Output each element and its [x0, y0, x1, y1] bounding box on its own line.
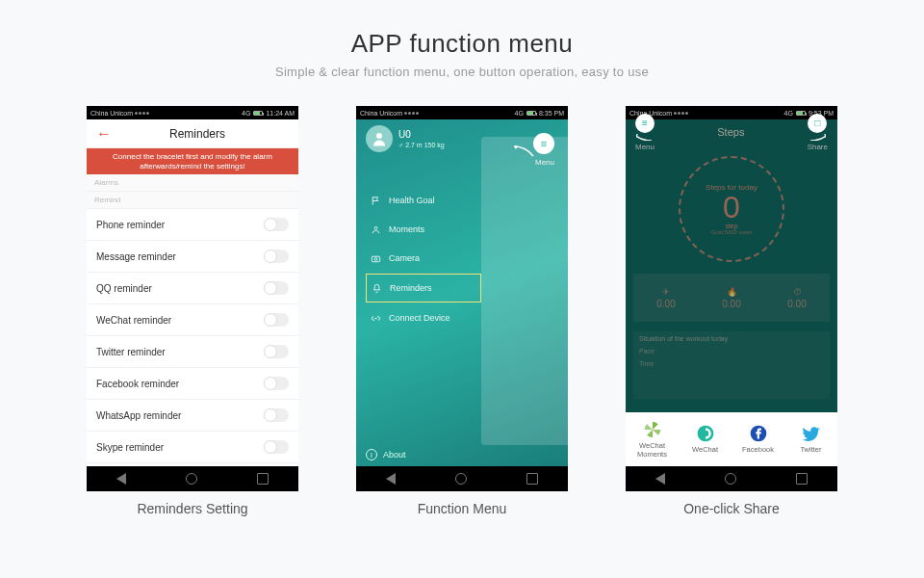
- menu-item-label: Health Goal: [389, 196, 435, 205]
- row-label: Facebook reminder: [96, 379, 179, 389]
- svg-point-3: [374, 257, 377, 260]
- reminder-row[interactable]: Phone reminder: [87, 209, 298, 241]
- reminder-row[interactable]: Twitter reminder: [87, 336, 298, 368]
- background-panel: [481, 137, 568, 445]
- caption: Function Menu: [418, 501, 507, 516]
- flag-icon: [370, 195, 381, 206]
- share-label: WeChat Moments: [626, 442, 679, 459]
- phone-2: China Unicom 4G8:35 PM ≡ Menu U0 ♂ 2.7 m…: [356, 106, 568, 491]
- phone-1: China Unicom 4G11:24 AM ← Reminders Conn…: [87, 106, 298, 491]
- reminder-row[interactable]: QQ reminder: [87, 273, 298, 304]
- wechat-icon: [696, 424, 715, 443]
- toggle-switch[interactable]: [264, 440, 289, 454]
- screen-title: Reminders: [96, 127, 298, 141]
- nav-home-icon[interactable]: [186, 473, 197, 485]
- section-remind: Remind: [87, 192, 298, 209]
- reminder-row[interactable]: WeChat reminder: [87, 304, 298, 336]
- stats-row: ✈0.00 🔥0.00 ⏱0.00: [633, 274, 830, 322]
- menu-label: Menu: [635, 143, 654, 151]
- row-label: WeChat reminder: [96, 315, 171, 326]
- block-title: Situation of the workout today: [639, 335, 824, 342]
- nav-back-icon[interactable]: [386, 473, 396, 485]
- stat-value: 0.00: [787, 299, 806, 309]
- warning-banner: Connect the bracelet first and modify th…: [87, 148, 298, 174]
- steps-gauge: Steps for today 0 step Goal:5000 steps: [679, 156, 784, 262]
- bell-icon: [371, 282, 382, 294]
- nav-back-icon[interactable]: [116, 473, 126, 485]
- share-wechat-moments[interactable]: WeChat Moments: [626, 412, 679, 466]
- callout-arrow-icon: [808, 133, 826, 141]
- share-facebook[interactable]: Facebook: [732, 412, 784, 466]
- share-label: Facebook: [742, 446, 774, 454]
- toggle-switch[interactable]: [264, 218, 289, 231]
- menu-item-label: Camera: [389, 253, 420, 263]
- nav-home-icon[interactable]: [455, 473, 467, 485]
- menu-item-connect-device[interactable]: Connect Device: [366, 304, 481, 331]
- reminder-row[interactable]: Skype reminder: [87, 432, 298, 463]
- share-twitter[interactable]: Twitter: [784, 412, 837, 466]
- reminder-row[interactable]: Facebook reminder: [87, 368, 298, 400]
- fire-icon: 🔥: [727, 287, 737, 297]
- battery-icon: [526, 111, 536, 116]
- screen-title: Steps: [717, 126, 744, 138]
- stat-time: ⏱0.00: [764, 274, 830, 322]
- share-sheet: WeChat Moments WeChat Facebook Twitter: [626, 412, 837, 466]
- workout-block: Situation of the workout today Pace Time: [633, 331, 830, 399]
- reminder-row[interactable]: Message reminder: [87, 241, 298, 273]
- toggle-switch[interactable]: [264, 250, 289, 263]
- menu-item-about[interactable]: iAbout: [366, 449, 406, 460]
- svg-point-1: [374, 226, 377, 229]
- clock-icon: ⏱: [793, 287, 802, 297]
- toggle-switch[interactable]: [264, 313, 289, 327]
- reminder-row[interactable]: WhatsApp reminder: [87, 400, 298, 432]
- signal-label: 4G: [242, 110, 250, 117]
- plane-icon: ✈: [662, 287, 670, 297]
- facebook-icon: [749, 424, 768, 443]
- avatar-icon: [366, 125, 393, 152]
- nav-home-icon[interactable]: [725, 473, 736, 485]
- link-icon: [370, 312, 381, 324]
- status-bar: China Unicom 4G9:53 PM: [626, 106, 837, 119]
- carrier-label: China Unicom: [360, 110, 402, 117]
- profile-block[interactable]: U0 ♂ 2.7 m 150 kg: [366, 125, 445, 152]
- row-label: Twitter reminder: [96, 347, 166, 357]
- battery-icon: [253, 111, 263, 116]
- block-row: Time: [639, 360, 824, 367]
- callout-arrow-icon: [636, 133, 654, 141]
- menu-item-health-goal[interactable]: Health Goal: [366, 187, 481, 214]
- toggle-switch[interactable]: [264, 408, 289, 422]
- nav-back-icon[interactable]: [655, 473, 665, 485]
- menu-item-camera[interactable]: Camera: [366, 245, 481, 272]
- menu-item-label: Moments: [389, 224, 424, 234]
- nav-recent-icon[interactable]: [796, 473, 808, 485]
- camera-icon: [370, 252, 381, 264]
- battery-icon: [796, 111, 806, 116]
- profile-name: U0: [398, 129, 445, 140]
- callout-arrow-icon: [512, 144, 537, 158]
- menu-item-label: Connect Device: [389, 313, 450, 323]
- nav-recent-icon[interactable]: [526, 473, 538, 485]
- gauge-value: 0: [723, 192, 740, 223]
- nav-recent-icon[interactable]: [257, 473, 269, 485]
- toggle-switch[interactable]: [264, 377, 289, 390]
- twitter-icon: [802, 424, 821, 443]
- share-label: Twitter: [800, 446, 821, 454]
- menu-fab[interactable]: ≡: [635, 114, 654, 133]
- menu-item-moments[interactable]: Moments: [366, 216, 481, 243]
- android-navbar: [87, 466, 298, 491]
- profile-detail: ♂ 2.7 m 150 kg: [398, 142, 445, 148]
- row-label: Skype reminder: [96, 442, 164, 453]
- toggle-switch[interactable]: [264, 345, 289, 358]
- section-alarms: Alarms: [87, 174, 298, 192]
- menu-item-reminders[interactable]: Reminders: [366, 274, 481, 302]
- menu-label: Menu: [535, 158, 554, 167]
- user-icon: [370, 223, 381, 235]
- page-title: APP function menu: [0, 29, 924, 59]
- carrier-label: China Unicom: [90, 110, 133, 117]
- phone-3: China Unicom 4G9:53 PM ≡ Menu Steps □ Sh…: [626, 106, 837, 491]
- share-fab[interactable]: □: [808, 114, 827, 133]
- toggle-switch[interactable]: [264, 281, 289, 295]
- android-navbar: [626, 466, 837, 491]
- share-wechat[interactable]: WeChat: [679, 412, 732, 466]
- row-label: Phone reminder: [96, 220, 165, 230]
